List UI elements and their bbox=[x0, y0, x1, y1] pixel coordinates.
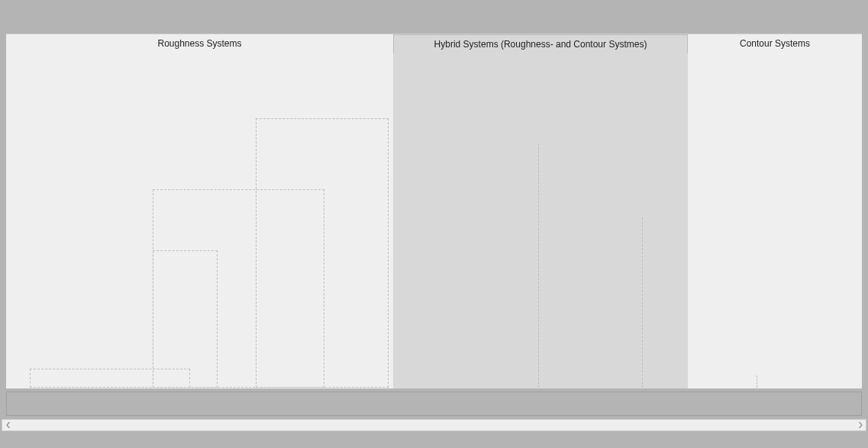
app-window: Roughness Systems Hybrid Systems (Roughn… bbox=[0, 0, 868, 448]
status-bar bbox=[6, 392, 862, 416]
window-bottom-margin bbox=[0, 432, 868, 448]
scroll-right-arrow-icon[interactable] bbox=[854, 420, 866, 430]
placeholder-box bbox=[757, 375, 757, 388]
scroll-left-arrow-icon[interactable] bbox=[2, 420, 14, 430]
placeholder-box bbox=[153, 250, 218, 388]
placeholder-box bbox=[30, 369, 190, 388]
horizontal-scrollbar[interactable] bbox=[2, 419, 866, 431]
category-tabs: Roughness Systems Hybrid Systems (Roughn… bbox=[6, 34, 862, 53]
tab-hybrid-systems[interactable]: Hybrid Systems (Roughness- and Contour S… bbox=[393, 34, 688, 53]
scroll-thumb[interactable] bbox=[14, 421, 854, 429]
content-frame: Roughness Systems Hybrid Systems (Roughn… bbox=[6, 34, 862, 388]
placeholder-box bbox=[642, 218, 643, 388]
tab-contour-systems[interactable]: Contour Systems bbox=[688, 34, 862, 53]
menubar bbox=[6, 18, 862, 34]
placeholder-box bbox=[538, 143, 539, 388]
tab-roughness-systems[interactable]: Roughness Systems bbox=[6, 34, 393, 53]
selected-tab-column bbox=[393, 53, 688, 388]
tab-content-pane bbox=[6, 53, 862, 388]
